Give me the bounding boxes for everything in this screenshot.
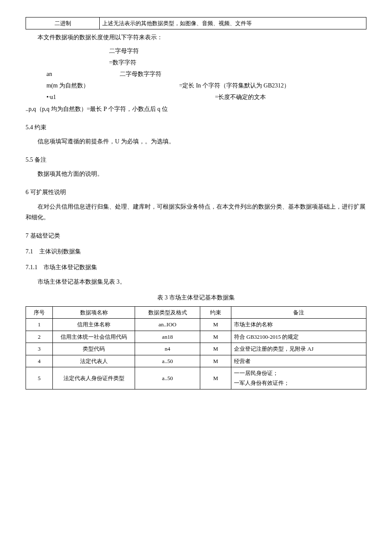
cell: 企业登记注册的类型，见附录 AJ: [231, 343, 366, 355]
length-line-2: =数字字符: [26, 57, 366, 68]
top-table: 二进制 上述无法表示的其他数据类型，如图像、音频、视频、文件等: [26, 17, 366, 29]
cell: 类型代码: [53, 343, 135, 355]
th-name: 数据项名称: [53, 306, 135, 318]
section-7-1-1-body: 市场主体登记基本数据集见表 3。: [26, 276, 366, 287]
table-row: 3 类型代码 n4 M 企业登记注册的类型，见附录 AJ: [26, 343, 366, 355]
length-line-1: 二字母字符: [26, 46, 366, 56]
th-constraint: 约束: [200, 306, 231, 318]
cell: 法定代表人身份证件类型: [53, 367, 135, 389]
cell: 5: [26, 367, 53, 389]
table-row: 序号 数据项名称 数据类型及格式 约束 备注: [26, 306, 366, 318]
length-intro: 本文件数据项的数据长度使用以下字符来表示：: [26, 32, 366, 43]
length-line-3: an 二字母数字字符: [26, 69, 366, 79]
cell: a..50: [135, 355, 200, 367]
cell: n4: [135, 343, 200, 355]
len4-left: m(m 为自然数）: [46, 80, 178, 91]
section-7-1-1-title: 7.1.1 市场主体登记数据集: [26, 262, 366, 273]
cell: 4: [26, 355, 53, 367]
cell: M: [200, 319, 231, 331]
cell: M: [200, 331, 231, 343]
section-5-4-title: 5.4 约束: [26, 122, 366, 133]
cell: 3: [26, 343, 53, 355]
section-6-title: 6 可扩展性说明: [26, 187, 366, 198]
cell: 一一居民身份证； 一军人身份有效证件；: [231, 367, 366, 389]
cell: 2: [26, 331, 53, 343]
length-line-6: ..p,q（p,q 均为自然数）=最长 P 个字符，小数点后 q 位: [26, 104, 366, 114]
length-line-4: m(m 为自然数） =定长 In 个字符（字符集默认为 GB2312）: [26, 80, 366, 91]
cell: 市场主体的名称: [231, 319, 366, 331]
cell: an..IOO: [135, 319, 200, 331]
cell: 经营者: [231, 355, 366, 367]
length-line-5: •·u1 =长度不确定的文本: [26, 92, 366, 102]
cell: 法定代表人: [53, 355, 135, 367]
cell: M: [200, 355, 231, 367]
section-5-4-body: 信息项填写遵循的前提条件，U 为必填，。为选填。: [26, 136, 366, 147]
section-5-5-title: 5.5 备注: [26, 154, 366, 165]
cell: an18: [135, 331, 200, 343]
len5-right: =长度不确定的文本: [215, 94, 266, 100]
cell: 信用主体名称: [53, 319, 135, 331]
table-row: 4 法定代表人 a..50 M 经营者: [26, 355, 366, 367]
table-3-caption: 表 3 市场主体登记基本数据集: [26, 292, 366, 303]
len5-left: •·u1: [46, 92, 213, 102]
cell: a..50: [135, 367, 200, 389]
cell: 符合 GB32100-2015 的规定: [231, 331, 366, 343]
section-7-1-title: 7.1 主体识别数据集: [26, 246, 366, 257]
len3-left: an: [46, 69, 118, 79]
len4-right: =定长 In 个字符（字符集默认为 GB2312）: [179, 82, 290, 89]
len3-right: 二字母数字字符: [120, 71, 161, 77]
cell: M: [200, 367, 231, 389]
cell: 信用主体统一社会信用代码: [53, 331, 135, 343]
th-format: 数据类型及格式: [135, 306, 200, 318]
table-row: 1 信用主体名称 an..IOO M 市场主体的名称: [26, 319, 366, 331]
table-row: 5 法定代表人身份证件类型 a..50 M 一一居民身份证； 一军人身份有效证件…: [26, 367, 366, 389]
section-7-title: 7 基础登记类: [26, 230, 366, 241]
top-table-cell-desc: 上述无法表示的其他数据类型，如图像、音频、视频、文件等: [100, 17, 366, 29]
cell: 1: [26, 319, 53, 331]
th-remark: 备注: [231, 306, 366, 318]
top-table-cell-type: 二进制: [26, 17, 100, 29]
section-6-body: 在对公共信用信息进行归集、处理、建库时，可根据实际业务特点，在本文件列出的数据分…: [26, 201, 366, 223]
cell: M: [200, 343, 231, 355]
th-seq: 序号: [26, 306, 53, 318]
table-row: 2 信用主体统一社会信用代码 an18 M 符合 GB32100-2015 的规…: [26, 331, 366, 343]
section-5-5-body: 数据项其他方面的说明。: [26, 169, 366, 179]
table-3: 序号 数据项名称 数据类型及格式 约束 备注 1 信用主体名称 an..IOO …: [26, 306, 366, 389]
